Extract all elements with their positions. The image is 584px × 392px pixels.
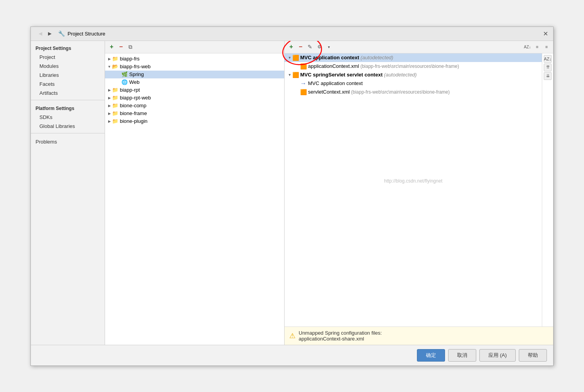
expand-arrow-bione-frame: ▶ [107,112,112,115]
tree-item-spring[interactable]: 🌿 Spring [105,71,284,78]
folder-icon-biapp-rpt: 📁 [112,87,118,93]
platform-settings-section: Platform Settings [31,103,105,113]
ctx-arrow-mvc-app: ▼ [287,56,292,60]
spring-context-tree: ▼ 🟧 MVC application context (autodetecte… [285,53,542,326]
warning-icon: ⚠ [289,332,296,340]
ctx-icon-arrow-ref: → [300,80,306,87]
ctx-label-app-ref: MVC application context [308,80,363,86]
right-add-button[interactable]: + [287,43,296,51]
folder-icon-bione-comp: 📁 [112,103,118,109]
sort-bottom-button[interactable]: ≡ [542,43,551,51]
tree-label-spring: Spring [129,71,144,77]
tree-item-bione-frame[interactable]: ▶ 📁 bione-frame [105,110,284,117]
tree-item-bione-comp[interactable]: ▶ 📁 bione-comp [105,102,284,110]
middle-remove-button[interactable]: − [117,43,125,51]
title-bar: ◀ ▶ 🔧 Project Structure ✕ [31,27,553,41]
tree-label-biapp-frs-web: biapp-frs-web [120,64,151,69]
sidebar-divider [31,100,105,100]
ctx-label-springservlet: MVC springServlet servlet context (autod… [300,72,417,78]
ctx-applicationcontext-xml[interactable]: 🟧 applicationContext.xml (biapp-frs-web\… [285,62,542,71]
ctx-label-appctx-xml: applicationContext.xml (biapp-frs-web\sr… [308,63,459,69]
expand-arrow-biapp-rpt-web: ▶ [107,96,112,100]
expand-arrow-bione-comp: ▶ [107,104,112,108]
ctx-mvc-app-context[interactable]: ▼ 🟧 MVC application context (autodetecte… [285,53,542,62]
middle-panel: + − ⧉ ▶ 📁 biapp-frs ▼ 📂 biapp-frs-web [105,41,285,345]
forward-button[interactable]: ▶ [46,30,53,37]
warning-bar: ⚠ Unmapped Spring configuration files: a… [285,326,553,345]
tree-label-web: Web [129,79,140,85]
expand-arrow-biapp-rpt: ▶ [107,88,112,92]
sidebar-item-facets[interactable]: Facets [31,80,105,89]
right-main: ▼ 🟧 MVC application context (autodetecte… [285,53,553,326]
tree-label-bione-frame: bione-frame [120,110,147,116]
right-edit-button[interactable]: ✎ [306,43,314,51]
folder-icon-biapp-frs: 📁 [112,56,118,62]
folder-icon-biapp-rpt-web: 📁 [112,95,118,101]
scroll-buttons: AZ↓ ⇈ ⇊ [542,53,553,326]
nav-buttons: ◀ ▶ [35,30,55,37]
warning-text: Unmapped Spring configuration files: app… [299,330,382,342]
apply-button[interactable]: 应用 (A) [479,349,516,362]
ctx-icon-servletctx-xml: 🟧 [300,89,306,95]
sidebar-item-project[interactable]: Project [31,53,105,62]
folder-icon-bione-frame: 📁 [112,110,118,117]
tree-item-bione-plugin[interactable]: ▶ 📁 bione-plugin [105,117,284,125]
project-settings-section: Project Settings [31,43,105,53]
sidebar-item-problems[interactable]: Problems [31,136,105,146]
confirm-button[interactable]: 确定 [417,349,445,362]
tree-label-biapp-frs: biapp-frs [120,56,140,62]
content-area: Project Settings Project Modules Librari… [31,41,553,345]
middle-copy-button[interactable]: ⧉ [126,43,135,51]
web-icon: 🌐 [121,79,128,85]
sidebar-divider-2 [31,133,105,133]
tree-item-biapp-frs[interactable]: ▶ 📁 biapp-frs [105,55,284,63]
help-button[interactable]: 帮助 [519,349,547,362]
right-toolbar-right: AZ↓ ≡ ≡ [523,43,551,51]
ctx-mvc-springservlet[interactable]: ▼ 🟧 MVC springServlet servlet context (a… [285,71,542,79]
ctx-icon-springservlet: 🟧 [292,72,299,78]
middle-toolbar: + − ⧉ [105,41,284,53]
bottom-bar: 确定 取消 应用 (A) 帮助 [31,345,553,365]
tree-label-biapp-rpt-web: biapp-rpt-web [120,95,151,101]
sort-top-button[interactable]: ≡ [533,43,541,51]
sidebar-item-libraries[interactable]: Libraries [31,71,105,80]
tree-item-biapp-rpt-web[interactable]: ▶ 📁 biapp-rpt-web [105,94,284,102]
ctx-servletcontext-xml[interactable]: 🟧 servletContext.xml (biapp-frs-web\src\… [285,88,542,96]
scroll-to-top-button[interactable]: AZ↓ [544,55,552,63]
folder-icon-bione-plugin: 📁 [112,118,118,124]
tree-item-web[interactable]: 🌐 Web [105,78,284,86]
tree-label-bione-plugin: bione-plugin [120,118,148,124]
ctx-icon-appctx-xml: 🟧 [300,63,306,69]
sidebar-item-artifacts[interactable]: Artifacts [31,89,105,98]
ctx-mvc-app-ref[interactable]: → MVC application context [285,79,542,88]
right-remove-button[interactable]: − [296,43,305,51]
sidebar: Project Settings Project Modules Librari… [31,41,105,345]
module-tree: ▶ 📁 biapp-frs ▼ 📂 biapp-frs-web 🌿 Spring [105,53,284,345]
folder-icon-biapp-frs-web: 📂 [112,64,118,70]
close-button[interactable]: ✕ [541,30,549,37]
ctx-label-servletctx-xml: servletContext.xml (biapp-frs-web\src\ma… [308,89,450,95]
expand-arrow-biapp-frs: ▶ [107,57,112,61]
expand-arrow-biapp-frs-web: ▼ [107,65,112,69]
tree-label-biapp-rpt: biapp-rpt [120,87,140,93]
middle-add-button[interactable]: + [107,43,116,51]
dialog-title: Project Structure [68,31,105,37]
scroll-up-button[interactable]: ⇈ [544,64,552,71]
tree-item-biapp-rpt[interactable]: ▶ 📁 biapp-rpt [105,86,284,94]
ctx-icon-mvc-app: 🟧 [292,55,299,61]
ctx-label-mvc-app: MVC application context (autodetected) [300,55,393,60]
sidebar-item-modules[interactable]: Modules [31,62,105,71]
right-wrench-button[interactable]: ⚙ [315,43,324,51]
spring-icon: 🌿 [121,71,128,78]
cancel-button[interactable]: 取消 [448,349,476,362]
ctx-arrow-springservlet: ▼ [287,73,292,77]
sort-az-button[interactable]: AZ↓ [523,43,532,51]
sidebar-item-global-libraries[interactable]: Global Libraries [31,122,105,131]
tree-item-biapp-frs-web[interactable]: ▼ 📂 biapp-frs-web [105,63,284,71]
right-dropdown-button[interactable]: ▾ [324,43,333,51]
scroll-down-button[interactable]: ⇊ [544,72,552,80]
expand-arrow-bione-plugin: ▶ [107,119,112,123]
right-panel: + − ✎ ⚙ ▾ AZ↓ ≡ ≡ ▼ [285,41,553,345]
back-button[interactable]: ◀ [36,30,44,37]
sidebar-item-sdks[interactable]: SDKs [31,113,105,122]
